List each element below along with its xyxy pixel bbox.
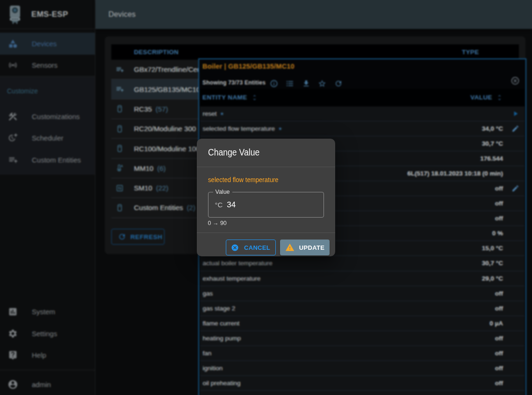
dialog-content: selected flow temperature Value °C 0 → 9… [197,167,336,226]
cancel-button-label: CANCEL [244,244,270,251]
cancel-button[interactable]: CANCEL [226,240,276,255]
value-field: Value °C [208,192,324,218]
value-range-helper: 0 → 90 [208,220,324,226]
value-field-label: Value [213,189,232,195]
update-button[interactable]: UPDATE [280,240,330,255]
update-button-label: UPDATE [299,244,324,251]
value-input[interactable] [227,200,311,210]
dialog-entity-name: selected flow temperature [208,176,324,183]
change-value-dialog: Change Value selected flow temperature V… [197,139,336,256]
dialog-title: Change Value [197,139,336,167]
unit-adornment: °C [215,201,223,209]
cancel-icon [231,244,239,252]
warning-icon [285,243,295,252]
dialog-actions: CANCEL UPDATE [197,233,336,255]
